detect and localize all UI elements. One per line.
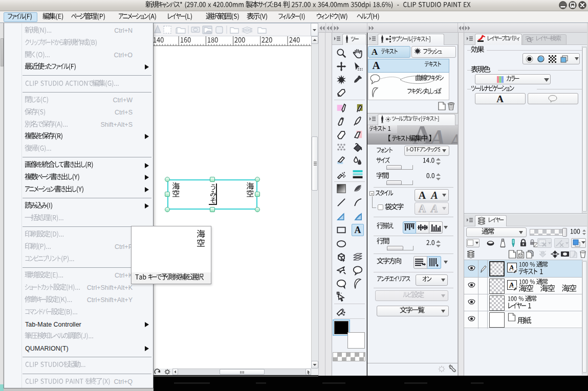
svg-text:A: A bbox=[355, 225, 361, 235]
svg-text:A: A bbox=[419, 190, 426, 200]
svg-text:A: A bbox=[430, 203, 438, 214]
svg-text:A: A bbox=[372, 47, 378, 56]
svg-text:A: A bbox=[419, 203, 426, 214]
svg-text:A: A bbox=[448, 129, 458, 145]
svg-text:A: A bbox=[372, 60, 380, 71]
svg-text:A: A bbox=[430, 190, 438, 200]
svg-text:A: A bbox=[496, 94, 504, 104]
